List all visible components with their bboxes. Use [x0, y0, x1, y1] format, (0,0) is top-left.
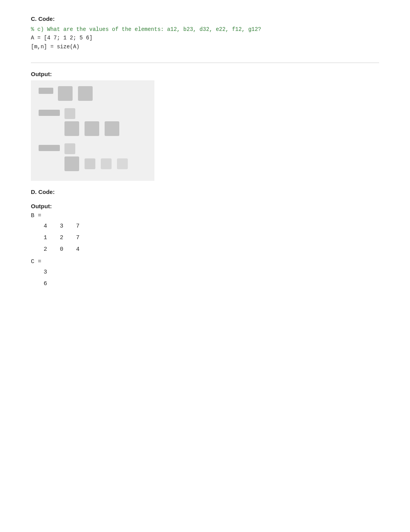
output-label-1: Output:: [31, 71, 379, 77]
output-label-2: Output:: [31, 203, 379, 209]
output-label-blur-2: [39, 110, 60, 116]
c-vector: 3 6: [31, 267, 379, 290]
c-code-label: C. Code:: [31, 15, 379, 22]
output-label-blur-3: [39, 145, 60, 151]
c-code-line2: [m,n] = size(A): [31, 42, 379, 51]
c-val-0: 3: [42, 267, 47, 278]
output-cell-2d: [105, 121, 119, 136]
b-val-01: 3: [58, 221, 63, 232]
b-matrix-row-3: 2 0 4: [31, 244, 379, 255]
output-cell-3a: [64, 143, 75, 154]
output-cells-1: [58, 86, 93, 101]
c-vector-row-2: 6: [31, 278, 379, 290]
output-section-c: Output:: [31, 71, 379, 181]
b-matrix-row-1: 4 3 7: [31, 221, 379, 232]
output-cell-2a: [64, 108, 75, 119]
output-cell-2c: [85, 121, 99, 136]
b-val-21: 0: [58, 244, 63, 255]
output-cell-3e: [117, 158, 128, 169]
d-code-label: D. Code:: [31, 189, 379, 195]
output-row-2: [39, 108, 147, 136]
b-val-00: 4: [42, 221, 47, 232]
b-matrix-label: B =: [31, 212, 379, 219]
output-cell-1a: [58, 86, 73, 101]
c-code-block: % c) What are the values of the elements…: [31, 25, 379, 51]
b-val-20: 2: [42, 244, 47, 255]
output-cell-2b: [64, 121, 79, 136]
output-cells-2b: [64, 121, 119, 136]
b-val-22: 4: [74, 244, 80, 255]
output-cell-3b: [64, 156, 79, 171]
output-cells-3b: [64, 156, 128, 171]
output-row-1: [39, 86, 147, 101]
c-matrix-label: C =: [31, 258, 379, 265]
output-section-d: Output: B = 4 3 7 1 2 7 2 0 4 C = 3 6: [31, 203, 379, 290]
b-val-10: 1: [42, 232, 47, 244]
c-val-1: 6: [42, 278, 47, 290]
output-cell-3d: [101, 158, 112, 169]
output-image: [31, 80, 154, 181]
output-row-3: [39, 143, 147, 171]
c-vector-row-1: 3: [31, 267, 379, 278]
c-code-line1: A = [4 7; 1 2; 5 6]: [31, 34, 379, 42]
output-label-blur-1: [39, 88, 53, 94]
b-val-02: 7: [74, 221, 80, 232]
b-matrix: 4 3 7 1 2 7 2 0 4: [31, 221, 379, 255]
section-divider: [31, 63, 379, 63]
output-cells-3a: [64, 143, 128, 154]
b-val-12: 7: [74, 232, 80, 244]
b-val-11: 2: [58, 232, 63, 244]
output-cells-2a: [64, 108, 119, 119]
output-cell-1b: [78, 86, 93, 101]
c-code-comment-line: % c) What are the values of the elements…: [31, 25, 379, 34]
c-code-section: C. Code: % c) What are the values of the…: [31, 15, 379, 51]
b-matrix-row-2: 1 2 7: [31, 232, 379, 244]
output-cell-3c: [85, 158, 95, 169]
d-code-section: D. Code:: [31, 189, 379, 195]
